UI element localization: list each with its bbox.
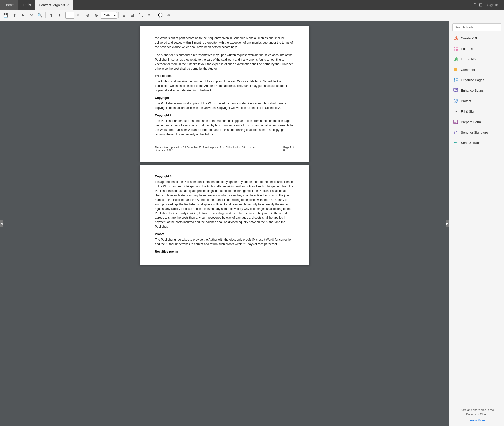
tool-edit-pdf[interactable]: Edit PDF bbox=[449, 43, 504, 54]
page2-section-proofs: Proofs bbox=[155, 232, 294, 236]
protect-label: Protect bbox=[461, 99, 471, 103]
pdf-viewer[interactable]: ◀ ▶ the Work is out of print according t… bbox=[0, 21, 449, 426]
export-pdf-icon bbox=[453, 56, 458, 62]
page-nav: 1 / 8 bbox=[65, 12, 79, 19]
svg-rect-17 bbox=[454, 88, 458, 91]
send-track-icon bbox=[453, 140, 458, 145]
zoom-out-button[interactable]: ⊖ bbox=[84, 11, 92, 19]
svg-rect-15 bbox=[456, 80, 458, 81]
right-panel-toggle[interactable]: ▶ bbox=[446, 220, 449, 227]
page1-footer-text: This contract updated on 28 December 201… bbox=[155, 146, 249, 152]
main-area: ◀ ▶ the Work is out of print according t… bbox=[0, 21, 504, 426]
email-button[interactable]: ✉ bbox=[27, 11, 35, 19]
svg-rect-8 bbox=[456, 47, 458, 48]
search-tools-input[interactable] bbox=[452, 23, 501, 31]
svg-rect-14 bbox=[456, 78, 458, 79]
help-icon[interactable]: ? bbox=[474, 2, 476, 8]
print-button[interactable]: 🖨 bbox=[19, 11, 27, 19]
upload-button[interactable]: ⬆ bbox=[10, 11, 18, 19]
toolbar-separator-4 bbox=[155, 12, 155, 18]
next-page-button[interactable]: ⬇ bbox=[56, 11, 63, 19]
annotate-button[interactable]: ✏ bbox=[165, 11, 173, 19]
page2-proofs-text: The Publisher undertakes to provide the … bbox=[155, 237, 294, 246]
sidebar-footer-divider bbox=[449, 149, 504, 149]
nav-home[interactable]: Home bbox=[0, 0, 18, 10]
nav-tools[interactable]: Tools bbox=[18, 0, 35, 10]
sidebar-footer-text: Store and share files in the Document Cl… bbox=[453, 408, 501, 417]
create-pdf-label: Create PDF bbox=[461, 36, 478, 40]
zoom-select[interactable]: 50% 75% 100% 125% 150% 200% bbox=[101, 12, 117, 19]
page1-copyright-text: The Publisher warrants all copies of the… bbox=[155, 101, 294, 110]
comment-icon bbox=[453, 67, 458, 72]
learn-more-link[interactable]: Learn More bbox=[468, 418, 485, 422]
svg-rect-9 bbox=[454, 49, 455, 51]
tool-fill-sign[interactable]: Fill & Sign bbox=[449, 106, 504, 117]
window-icon[interactable]: ⊡ bbox=[479, 2, 483, 8]
edit-pdf-icon bbox=[453, 46, 458, 51]
toolbar-separator-2 bbox=[82, 12, 82, 18]
page1-para1: The Author or his authorised representat… bbox=[155, 53, 294, 71]
tab-close-icon[interactable]: ✕ bbox=[67, 3, 70, 7]
page2-section-copyright3: Copyright 3 bbox=[155, 175, 294, 178]
tool-send-signature[interactable]: Send for Signature bbox=[449, 127, 504, 138]
tool-prepare-form[interactable]: Prepare Form bbox=[449, 117, 504, 127]
page1-section-free-copies: Free copies bbox=[155, 74, 294, 78]
tool-export-pdf[interactable]: Export PDF bbox=[449, 54, 504, 64]
create-pdf-icon bbox=[453, 35, 458, 41]
sidebar-footer: Store and share files in the Document Cl… bbox=[449, 404, 504, 426]
enhance-scans-icon bbox=[453, 88, 458, 93]
page1-footer-initials: Initials bbox=[249, 146, 283, 152]
save-button[interactable]: 💾 bbox=[2, 11, 10, 19]
tool-comment[interactable]: Comment bbox=[449, 64, 504, 75]
tool-create-pdf[interactable]: Create PDF bbox=[449, 33, 504, 43]
comment-label: Comment bbox=[461, 68, 475, 71]
svg-rect-7 bbox=[454, 47, 455, 48]
sign-in-button[interactable]: Sign In bbox=[485, 2, 500, 8]
toolbar-separator-1 bbox=[45, 12, 46, 18]
page2-copyright3-text: It is agreed that if the Publisher consi… bbox=[155, 180, 294, 229]
page1-section-copyright: Copyright bbox=[155, 96, 294, 100]
prev-page-button[interactable]: ⬆ bbox=[47, 11, 55, 19]
search-tools-wrap bbox=[449, 21, 504, 33]
page1-free-copies-text: The Author shall receive the number of f… bbox=[155, 79, 294, 93]
full-screen-button[interactable]: ⛶ bbox=[137, 11, 145, 19]
send-track-label: Send & Track bbox=[461, 141, 480, 145]
tool-enhance-scans[interactable]: Enhance Scans bbox=[449, 85, 504, 96]
prepare-form-label: Prepare Form bbox=[461, 120, 481, 124]
tool-protect[interactable]: Protect bbox=[449, 96, 504, 106]
page1-footer: This contract updated on 28 December 201… bbox=[155, 144, 294, 152]
fit-page-button[interactable]: ⊞ bbox=[120, 11, 128, 19]
comment-tool-button[interactable]: 💬 bbox=[157, 11, 165, 19]
organize-pages-icon bbox=[453, 77, 458, 83]
read-mode-button[interactable]: ≡ bbox=[145, 11, 153, 19]
fill-sign-label: Fill & Sign bbox=[461, 110, 476, 113]
export-pdf-label: Export PDF bbox=[461, 57, 478, 61]
tool-send-track[interactable]: Send & Track bbox=[449, 138, 504, 148]
right-sidebar: Create PDF Edit PDF Export PDF Comment O bbox=[449, 21, 504, 426]
fill-sign-icon bbox=[453, 109, 458, 114]
pdf-page-2: Copyright 3 It is agreed that if the Pub… bbox=[140, 165, 309, 265]
svg-rect-13 bbox=[454, 78, 455, 80]
svg-rect-16 bbox=[454, 80, 455, 82]
pdf-page-1: the Work is out of print according to th… bbox=[140, 26, 309, 162]
page2-section-royalties: Royalties prelim bbox=[155, 250, 294, 253]
tool-organize-pages[interactable]: Organize Pages bbox=[449, 75, 504, 85]
top-nav-bar: Home Tools Contract_Argo.pdf ✕ ? ⊡ Sign … bbox=[0, 0, 504, 10]
left-panel-toggle[interactable]: ◀ bbox=[0, 220, 3, 227]
protect-icon bbox=[453, 98, 458, 104]
fit-width-button[interactable]: ⊟ bbox=[128, 11, 136, 19]
page1-section-copyright2: Copyright 2 bbox=[155, 114, 294, 117]
toolbar-separator-3 bbox=[118, 12, 119, 18]
pdf-tab[interactable]: Contract_Argo.pdf ✕ bbox=[35, 0, 73, 10]
zoom-in-button[interactable]: ⊕ bbox=[92, 11, 100, 19]
edit-pdf-label: Edit PDF bbox=[461, 47, 474, 51]
search-button[interactable]: 🔍 bbox=[36, 11, 44, 19]
page-number-input[interactable]: 1 bbox=[65, 12, 74, 19]
page1-footer-page: Page 1 of 8 bbox=[283, 146, 294, 152]
svg-point-26 bbox=[454, 142, 455, 143]
page1-copyright2-text: The Publisher undertakes that the name o… bbox=[155, 119, 294, 137]
svg-rect-10 bbox=[456, 49, 458, 51]
prepare-form-icon bbox=[453, 119, 458, 125]
send-signature-label: Send for Signature bbox=[461, 131, 488, 134]
page-total: 8 bbox=[77, 13, 79, 17]
